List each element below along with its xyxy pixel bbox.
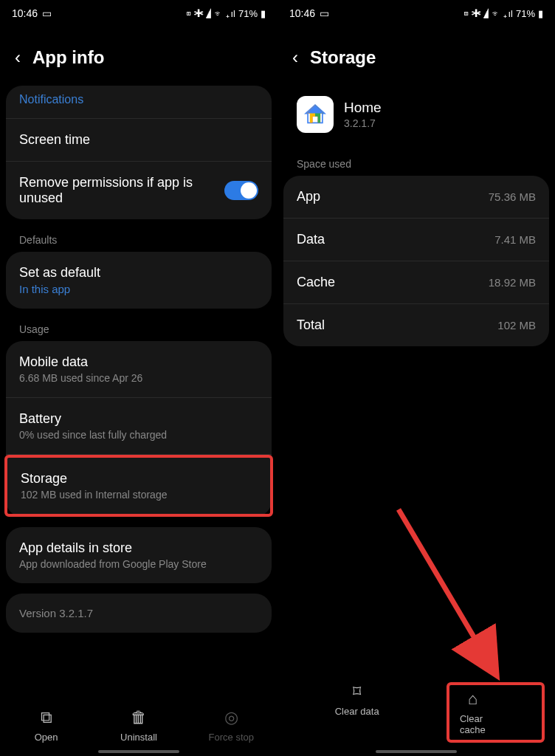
app-icon	[297, 96, 334, 133]
force-stop-button: ◎ Force stop	[185, 708, 277, 743]
status-icons: ◫ ✱ ◢ ᯤ ₊ıl 71% ▮	[186, 8, 266, 19]
clear-data-icon: ⌑	[353, 682, 361, 701]
header: ‹ App info	[0, 24, 278, 86]
status-time: 10:46	[12, 7, 38, 19]
version-row: Version 3.2.1.7	[6, 594, 272, 633]
stop-icon: ◎	[224, 708, 238, 727]
status-time: 10:46	[289, 7, 315, 19]
space-used-label: Space used	[283, 154, 549, 176]
set-default-row[interactable]: Set as default In this app	[6, 252, 272, 309]
battery-text: 71%	[238, 8, 258, 19]
battery-row[interactable]: Battery 0% used since last fully charged	[6, 398, 272, 455]
app-version: 3.2.1.7	[344, 117, 382, 129]
trash-icon: 🗑	[131, 708, 147, 727]
phone-left: 10:46 ▭ ◫ ✱ ◢ ᯤ ₊ıl 71% ▮ ‹ App info Not…	[0, 0, 278, 756]
mobile-data-row[interactable]: Mobile data 6.68 MB used since Apr 26	[6, 341, 272, 398]
clear-cache-button[interactable]: ⌂ Clear cache	[449, 685, 496, 740]
open-button[interactable]: ⧉ Open	[1, 708, 92, 743]
status-icons: ◫ ✱ ◢ ᯤ ₊ıl 71% ▮	[463, 8, 543, 19]
back-icon[interactable]: ‹	[15, 47, 21, 68]
clear-cache-icon: ⌂	[468, 690, 478, 709]
nav-indicator	[98, 750, 179, 753]
picture-icon: ▭	[320, 7, 329, 19]
app-name: Home	[344, 100, 382, 116]
bottom-nav: ⌑ Clear data ⌂ Clear cache	[278, 672, 555, 756]
storage-cache-row: Cache 18.92 MB	[283, 261, 549, 304]
notifications-row[interactable]: Notifications	[6, 86, 272, 118]
storage-app-row: App 75.36 MB	[283, 176, 549, 219]
defaults-label: Defaults	[6, 230, 272, 252]
app-header: Home 3.2.1.7	[283, 86, 549, 154]
toggle-switch[interactable]	[224, 181, 258, 200]
storage-row[interactable]: Storage 102 MB used in Internal storage	[7, 458, 270, 514]
storage-data-row: Data 7.41 MB	[283, 219, 549, 261]
battery-icon: ▮	[538, 8, 543, 19]
page-title: Storage	[310, 47, 376, 68]
nav-indicator	[376, 750, 457, 753]
app-details-row[interactable]: App details in store App downloaded from…	[6, 527, 272, 583]
status-bar: 10:46 ▭ ◫ ✱ ◢ ᯤ ₊ıl 71% ▮	[278, 0, 555, 24]
phone-right: 10:46 ▭ ◫ ✱ ◢ ᯤ ₊ıl 71% ▮ ‹ Storage Home…	[278, 0, 555, 756]
page-title: App info	[32, 47, 104, 68]
picture-icon: ▭	[42, 7, 52, 19]
back-icon[interactable]: ‹	[292, 47, 298, 68]
battery-icon: ▮	[261, 8, 266, 19]
storage-total-row: Total 102 MB	[283, 304, 549, 346]
status-bar: 10:46 ▭ ◫ ✱ ◢ ᯤ ₊ıl 71% ▮	[0, 0, 278, 24]
bottom-nav: ⧉ Open 🗑 Uninstall ◎ Force stop	[0, 696, 278, 756]
remove-permissions-row[interactable]: Remove permissions if app is unused	[6, 162, 272, 219]
screen-time-row[interactable]: Screen time	[6, 118, 272, 162]
usage-label: Usage	[6, 319, 272, 341]
clear-data-button[interactable]: ⌑ Clear data	[288, 682, 427, 743]
battery-text: 71%	[516, 8, 535, 19]
uninstall-button[interactable]: 🗑 Uninstall	[93, 708, 185, 743]
header: ‹ Storage	[278, 24, 555, 86]
open-icon: ⧉	[41, 708, 52, 727]
